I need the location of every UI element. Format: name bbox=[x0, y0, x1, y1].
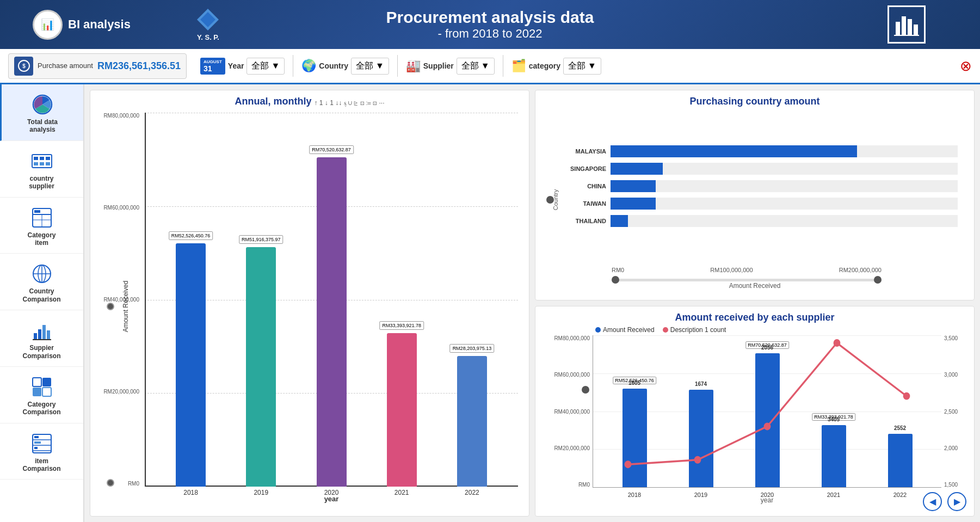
svg-rect-27 bbox=[38, 329, 41, 340]
sidebar-item-category-comparison[interactable]: CategoryComparison bbox=[0, 367, 83, 423]
sidebar-item-item-comparison[interactable]: itemComparison bbox=[0, 423, 83, 480]
toolbar: $ Purchase amount RM236,561,356.51 AUGUS… bbox=[0, 49, 980, 84]
category-label: category bbox=[529, 62, 560, 70]
main-area: Total dataanalysis countrysupplier bbox=[0, 84, 980, 522]
header: 📊 BI analysis Y. S. P. Procurement analy… bbox=[0, 0, 980, 49]
year-dropdown[interactable]: 全部 ▼ bbox=[246, 58, 285, 75]
legend-amount: Amount Received bbox=[595, 326, 655, 334]
sidebar-item-category-item[interactable]: Categoryitem bbox=[0, 198, 83, 254]
header-chart-icon bbox=[887, 5, 926, 44]
annual-bars-container: RM80,000,000 RM60,000,000 RM40,000,000 R… bbox=[145, 113, 518, 487]
sup-bar-2020: RM70,520,632.87 2020 2056 bbox=[734, 335, 800, 487]
category-filter[interactable]: 🗂️ category 全部 ▼ bbox=[511, 58, 601, 75]
svg-rect-11 bbox=[34, 157, 38, 160]
svg-text:$: $ bbox=[22, 63, 26, 69]
sidebar-item-supplier-comparison[interactable]: SuppierComparison bbox=[0, 310, 83, 367]
annual-monthly-chart: Annual, monthly ↑ 1 ↓ 1 ↓↓ ᶊ ∪ ⊵ ⊡ ≔ ⊡ ·… bbox=[90, 90, 529, 517]
supplier-chart-title: Amount received by each supplier bbox=[541, 312, 969, 323]
bar-2018[interactable]: RM52,526,450.76 2018 bbox=[156, 113, 226, 487]
annual-chart-title: Annual, monthly bbox=[235, 96, 311, 107]
country-amount-chart: Purchasing country amount Country MALAYS… bbox=[535, 90, 975, 300]
annual-y-axis-title: Amount Received bbox=[122, 281, 130, 333]
bar-2021[interactable]: RM33,393,921.78 2021 bbox=[367, 113, 437, 487]
annual-x-label: year bbox=[145, 495, 518, 503]
country-supplier-icon bbox=[28, 148, 56, 175]
supplier-chart-area: RM80,000,000 RM60,000,000 RM40,000,000 R… bbox=[541, 335, 969, 504]
category-comparison-icon bbox=[28, 373, 56, 401]
annual-slider-top[interactable] bbox=[107, 303, 114, 310]
bar-tooltip-2021: RM33,393,921.78 bbox=[379, 321, 424, 330]
svg-rect-26 bbox=[34, 333, 37, 340]
svg-rect-21 bbox=[34, 210, 40, 213]
separator2 bbox=[397, 55, 398, 77]
country-filter[interactable]: 🌍 Country 全部 ▼ bbox=[301, 58, 389, 75]
chevron-down-icon: ▼ bbox=[481, 61, 490, 71]
supplier-chart: Amount received by each supplier Amount … bbox=[535, 306, 975, 517]
supplier-filter[interactable]: 🏭 Supplier 全部 ▼ bbox=[406, 58, 495, 75]
nav-arrows: ◀ ▶ bbox=[923, 492, 966, 511]
bar-chart-icon bbox=[893, 11, 920, 38]
sup-bar-2022: 2022 2552 bbox=[867, 335, 933, 487]
purchase-labels: Purchase amount bbox=[38, 62, 93, 70]
sidebar-label-item-comparison: itemComparison bbox=[22, 457, 60, 473]
svg-rect-28 bbox=[42, 325, 46, 340]
logo-area: 📊 BI analysis bbox=[33, 10, 131, 40]
svg-rect-13 bbox=[46, 157, 50, 160]
sidebar-item-country-comparison[interactable]: CountryComparison bbox=[0, 254, 83, 310]
year-filter[interactable]: AUGUST 31 Year 全部 ▼ bbox=[200, 58, 285, 75]
country-row-china: CHINA RM19,557,425.92 bbox=[557, 180, 958, 192]
logo-icon: 📊 bbox=[33, 10, 63, 40]
supplier-y-labels: RM80,000,000 RM60,000,000 RM40,000,000 R… bbox=[541, 335, 593, 488]
chevron-down-icon: ▼ bbox=[588, 61, 596, 71]
sup-bar-2019: 2019 1674 bbox=[668, 335, 734, 487]
separator bbox=[293, 55, 293, 77]
nav-prev-button[interactable]: ◀ bbox=[923, 492, 942, 511]
header-subtitle: - from 2018 to 2022 bbox=[386, 27, 594, 41]
category-dropdown[interactable]: 全部 ▼ bbox=[563, 58, 601, 75]
globe-icon: 🌍 bbox=[301, 59, 316, 73]
sidebar-label-country-comparison: CountryComparison bbox=[22, 287, 60, 303]
clear-filter-button[interactable]: ⊗ bbox=[960, 58, 972, 75]
annual-slider-bottom[interactable] bbox=[107, 479, 114, 487]
bar-tooltip-2018: RM52,526,450.76 bbox=[169, 231, 213, 240]
bar-fill-2019: RM51,916,375.97 bbox=[246, 247, 276, 487]
sidebar-item-country-supplier[interactable]: countrysupplier bbox=[0, 141, 83, 198]
chevron-down-icon: ▼ bbox=[271, 61, 280, 71]
filter-clear-icon[interactable]: ⊗ bbox=[960, 58, 972, 74]
bar-tooltip-2022: RM28,203,975.13 bbox=[450, 344, 495, 353]
annual-chart-toolbar[interactable]: ↑ 1 ↓ 1 ↓↓ ᶊ ∪ ⊵ ⊡ ≔ ⊡ ··· bbox=[314, 99, 384, 107]
bar-2020[interactable]: RM70,520,632.87 2020 bbox=[296, 113, 366, 487]
svg-rect-41 bbox=[34, 447, 38, 449]
nav-next-button[interactable]: ▶ bbox=[947, 492, 966, 511]
svg-rect-34 bbox=[42, 388, 51, 396]
annual-y-labels: RM80,000,000 RM60,000,000 RM40,000,000 R… bbox=[96, 113, 142, 487]
sup-bar-2021: RM33,393,921.78 2021 3405 bbox=[800, 335, 867, 487]
svg-rect-16 bbox=[46, 162, 50, 165]
sidebar-label-total-data: Total dataanalysis bbox=[27, 118, 58, 134]
svg-rect-39 bbox=[34, 436, 39, 438]
legend-count-dot bbox=[663, 327, 668, 333]
supplier-comparison-icon bbox=[28, 317, 56, 344]
category-item-icon bbox=[28, 204, 56, 231]
bar-2022[interactable]: RM28,203,975.13 2022 bbox=[437, 113, 507, 487]
header-title: Procurement analysis data bbox=[386, 8, 594, 27]
svg-rect-32 bbox=[42, 378, 51, 386]
annual-chart-header: Annual, monthly ↑ 1 ↓ 1 ↓↓ ᶊ ∪ ⊵ ⊡ ≔ ⊡ ·… bbox=[96, 96, 523, 110]
country-left-slider[interactable] bbox=[546, 196, 554, 204]
country-row-taiwan: TAIWAN RM18,835,837.37 bbox=[557, 198, 958, 210]
sidebar-item-total-data[interactable]: Total dataanalysis bbox=[0, 84, 83, 141]
bar-2019[interactable]: RM51,916,375.97 2019 bbox=[226, 113, 296, 487]
purchase-icon: $ bbox=[14, 57, 33, 76]
bar-fill-2022: RM28,203,975.13 bbox=[457, 356, 487, 487]
country-chart-title: Purchasing country amount bbox=[541, 96, 969, 107]
logo-text: BI analysis bbox=[68, 17, 131, 32]
country-bars-area: MALAYSIA RM142,076,582.88 SINGAPORE bbox=[557, 113, 958, 260]
legend-amount-dot bbox=[595, 327, 601, 333]
country-dropdown[interactable]: 全部 ▼ bbox=[351, 58, 389, 75]
country-slider[interactable] bbox=[612, 279, 882, 281]
svg-rect-3 bbox=[902, 16, 906, 35]
supplier-left-slider[interactable] bbox=[582, 386, 589, 394]
supplier-dropdown[interactable]: 全部 ▼ bbox=[457, 58, 495, 75]
purchase-amount: RM236,561,356.51 bbox=[97, 60, 181, 72]
category-value: 全部 bbox=[568, 60, 585, 72]
